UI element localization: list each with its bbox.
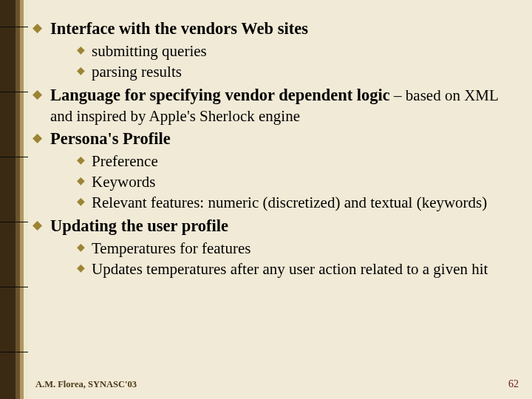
bullet-title: Persona's Profile — [50, 129, 171, 148]
diamond-icon: ◆ — [77, 174, 85, 188]
bullet-title: Updating the user profile — [50, 216, 228, 235]
bullet-main: ◆ Interface with the vendors Web sites — [33, 18, 520, 39]
sub-text: Preference — [92, 152, 158, 170]
bullet-sub: ◆Relevant features: numeric (discretized… — [77, 193, 520, 213]
bullet-main: ◆ Language for specifying vendor depende… — [33, 85, 520, 126]
sub-text: submitting queries — [92, 42, 207, 60]
sidebar-tick — [0, 27, 28, 27]
diamond-icon: ◆ — [77, 154, 85, 167]
diamond-icon: ◆ — [33, 217, 42, 233]
bullet-sub: ◆Preference — [77, 151, 520, 171]
bullet-sub: ◆parsing results — [77, 62, 520, 82]
sidebar-tick — [0, 287, 28, 287]
diamond-icon: ◆ — [77, 64, 85, 78]
sub-text: Temperatures for features — [92, 239, 250, 257]
footer-author: A.M. Florea, SYNASC'03 — [35, 379, 137, 390]
bullet-title: Language for specifying vendor dependent… — [50, 86, 390, 104]
bullet-sub: ◆Keywords — [77, 172, 520, 192]
diamond-icon: ◆ — [33, 20, 42, 35]
bullet-sub: ◆Updates temperatures after any user act… — [77, 259, 520, 279]
bullet-sub: ◆submitting queries — [77, 41, 520, 61]
bullet-main: ◆ Persona's Profile — [33, 129, 520, 149]
sidebar-tick — [0, 352, 28, 352]
diamond-icon: ◆ — [77, 241, 85, 254]
diamond-icon: ◆ — [77, 262, 85, 275]
slide-sidebar — [0, 0, 28, 399]
sub-list: ◆Preference ◆Keywords ◆Relevant features… — [77, 151, 520, 213]
diamond-icon: ◆ — [33, 86, 42, 102]
bullet-sub: ◆Temperatures for features — [77, 239, 520, 259]
bullet-main: ◆ Updating the user profile — [33, 216, 520, 236]
sub-text: Relevant features: numeric (discretized)… — [92, 194, 487, 211]
diamond-icon: ◆ — [77, 195, 85, 208]
diamond-icon: ◆ — [33, 130, 42, 146]
sub-text: Keywords — [92, 173, 155, 191]
sub-list: ◆submitting queries ◆parsing results — [77, 41, 520, 82]
bullet-title: Interface with the vendors Web sites — [50, 19, 308, 38]
sub-list: ◆Temperatures for features ◆Updates temp… — [77, 239, 520, 279]
slide-content: ◆ Interface with the vendors Web sites ◆… — [33, 16, 520, 282]
page-number: 62 — [508, 378, 519, 390]
sub-text: Updates temperatures after any user acti… — [92, 260, 488, 278]
sidebar-tick — [0, 222, 28, 222]
sub-text: parsing results — [92, 63, 182, 81]
sidebar-tick — [0, 157, 28, 157]
diamond-icon: ◆ — [77, 44, 85, 57]
sidebar-tick — [0, 92, 28, 92]
